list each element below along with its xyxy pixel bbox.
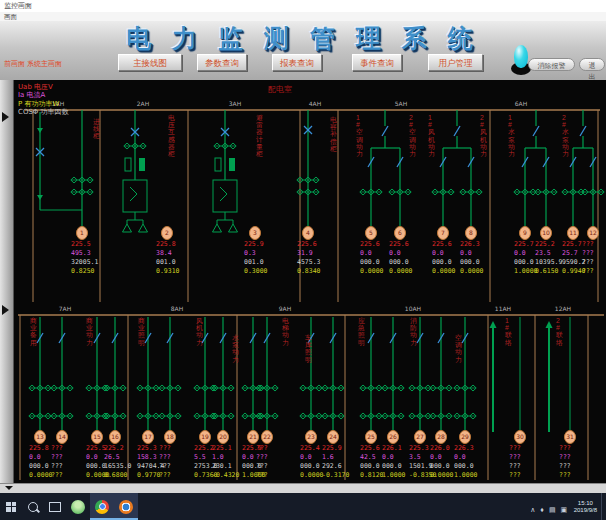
- taskbar-app-green[interactable]: [66, 493, 90, 520]
- tray-network-icon[interactable]: ♦: [540, 506, 544, 513]
- scada-app-icon: [119, 500, 133, 514]
- value-cosphi: -0.4320: [212, 471, 239, 479]
- value-current: 31.9: [297, 249, 313, 257]
- measure-point-number: 25: [367, 433, 375, 440]
- cabinet-name-vertical: 1#水泵动力: [508, 114, 515, 157]
- pt-winding-icon: [220, 187, 227, 201]
- value-current: 158.3: [137, 453, 157, 461]
- tray-ime-icon[interactable]: ▣: [561, 506, 568, 513]
- measure-point-number: 26: [389, 433, 397, 440]
- value-power: ???: [582, 258, 594, 266]
- single-line-diagram-area: 1AH2AH3AH4AH5AH6AH1225.5495.332005.10.82…: [0, 80, 606, 493]
- value-voltage: ???: [159, 444, 171, 452]
- scroll-marker-top-icon[interactable]: [2, 112, 9, 122]
- value-voltage: 225.8: [29, 444, 49, 452]
- menu-button-2[interactable]: 参数查询: [197, 54, 247, 71]
- show-desktop-button[interactable]: [601, 493, 606, 520]
- nav-status-text: 前画面 系统主画面: [4, 59, 62, 69]
- cabinet-name-vertical: 消防动力: [410, 317, 417, 346]
- value-voltage: ???: [559, 444, 571, 452]
- left-scroll-strip[interactable]: [0, 80, 14, 483]
- cabinet-name-vertical: 应急照明: [357, 317, 365, 346]
- value-cosphi: 0.6800: [104, 471, 128, 479]
- menu-item-view[interactable]: 画面: [4, 13, 17, 20]
- taskbar-app-chrome[interactable]: [90, 493, 114, 520]
- value-current: 0.3: [244, 249, 256, 257]
- measure-point-number: 18: [166, 433, 174, 440]
- measure-point-number: 8: [469, 229, 473, 236]
- bay-label: 9AH: [279, 305, 291, 312]
- value-current: 38.4: [156, 249, 172, 257]
- bay-label: 12AH: [555, 305, 571, 312]
- tray-expand-icon[interactable]: ∧: [530, 506, 535, 513]
- taskbar-app-scada[interactable]: [114, 493, 138, 520]
- menu-button-4[interactable]: 事件查询: [352, 54, 402, 71]
- value-power: ???: [509, 462, 521, 470]
- value-cosphi: 0.6150: [535, 267, 559, 275]
- value-current: ???: [51, 453, 63, 461]
- delta-winding-icon: [213, 224, 222, 232]
- value-power: 000.0: [360, 258, 380, 266]
- value-power: 292.6: [322, 462, 342, 470]
- breaker-icon: [533, 126, 539, 136]
- cabinet-name-vertical: 商业照明: [138, 317, 145, 346]
- value-current: 0.0: [389, 249, 401, 257]
- bay-label: 3AH: [229, 100, 241, 107]
- value-current: 25.7: [562, 249, 578, 257]
- value-voltage: 225.4: [300, 444, 320, 452]
- system-tray: ∧♦▤▣ 15:10 2019/9/8: [528, 493, 606, 520]
- measure-point-number: 3: [253, 229, 257, 236]
- measure-point-number: 20: [219, 433, 227, 440]
- menu-button-3[interactable]: 报表查询: [272, 54, 322, 71]
- measure-point-number: 11: [569, 229, 577, 236]
- mute-alarm-button[interactable]: 消除报警: [528, 58, 575, 71]
- cabinet-name-vertical: 空调动力: [455, 334, 462, 363]
- value-power: 001.0: [156, 258, 176, 266]
- task-view-button[interactable]: [44, 493, 66, 520]
- value-cosphi: 0.9310: [156, 267, 180, 275]
- value-power: ???: [51, 462, 63, 470]
- value-cosphi: 0.9770: [137, 471, 161, 479]
- breaker-icon: [382, 126, 388, 136]
- value-power: 000.0: [29, 462, 49, 470]
- value-cosphi: 0.8250: [71, 267, 95, 275]
- value-power: 16535.0: [104, 462, 131, 470]
- taskbar: ∧♦▤▣ 15:10 2019/9/8: [0, 493, 606, 520]
- value-power: 000.0: [382, 462, 402, 470]
- windows-logo-icon: [6, 502, 16, 512]
- menu-button-5[interactable]: 用户管理: [428, 54, 483, 71]
- delta-winding-icon: [123, 224, 132, 232]
- bay-label: 11AH: [495, 305, 511, 312]
- value-cosphi: 0.3000: [244, 267, 268, 275]
- value-cosphi: 0.0000: [389, 267, 413, 275]
- delta-winding-icon: [139, 224, 148, 232]
- start-button[interactable]: [0, 493, 22, 520]
- legend-line: P 有功功率W: [18, 100, 59, 108]
- value-current: 495.3: [71, 249, 91, 257]
- value-current: 0.0: [360, 249, 372, 257]
- measure-point-number: 17: [144, 433, 152, 440]
- tray-volume-icon[interactable]: ▤: [549, 506, 556, 513]
- measure-point-number: 19: [201, 433, 209, 440]
- value-power: 000.0: [300, 462, 320, 470]
- menu-button-1[interactable]: 主接线图: [118, 54, 182, 71]
- taskbar-search-button[interactable]: [22, 493, 44, 520]
- bay-label: 7AH: [59, 305, 71, 312]
- value-current: ???: [256, 453, 268, 461]
- search-icon: [28, 502, 38, 512]
- value-voltage: 225.6: [297, 240, 317, 248]
- arrow-up-icon: [546, 321, 553, 328]
- taskbar-clock[interactable]: 15:10 2019/9/8: [574, 500, 597, 514]
- measure-point-number: 27: [416, 433, 424, 440]
- cabinet-name-vertical: 1#联络: [505, 317, 512, 347]
- value-power: 000.0: [514, 258, 534, 266]
- value-voltage: 225.1: [212, 444, 232, 452]
- value-power: 4575.3: [297, 258, 321, 266]
- value-cosphi: ???: [159, 471, 171, 479]
- value-power: 230.1: [212, 462, 232, 470]
- scroll-marker-mid-icon[interactable]: [2, 305, 9, 315]
- exit-button[interactable]: 退出: [579, 58, 605, 71]
- fuse-icon: [215, 158, 221, 171]
- value-current: 5.5: [194, 453, 206, 461]
- value-voltage: 226.0: [430, 444, 450, 452]
